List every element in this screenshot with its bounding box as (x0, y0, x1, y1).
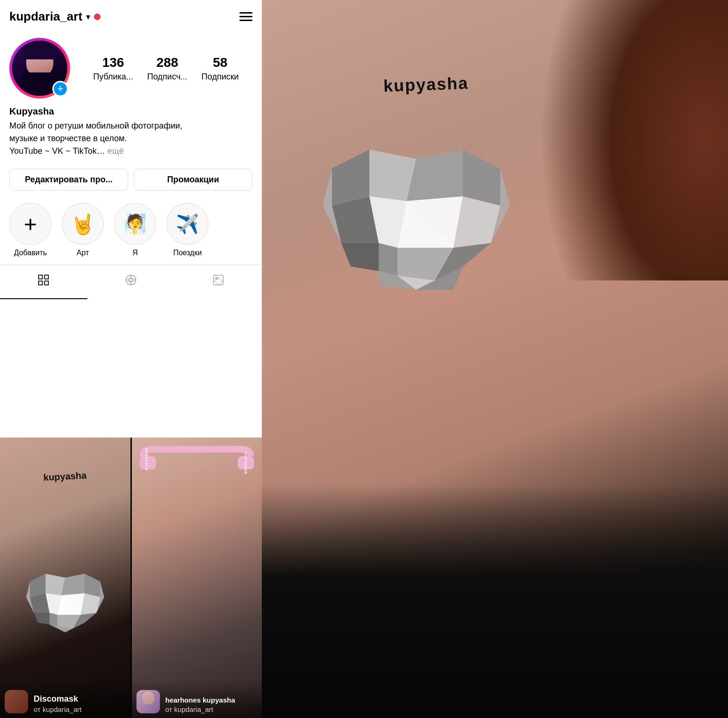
avatar-container[interactable]: + (9, 38, 70, 99)
profile-section: + 136 Публика... 288 Подписч... 58 Подпи… (0, 29, 262, 103)
promo-button[interactable]: Промоакции (134, 169, 252, 191)
left-panel: kupdaria_art ▾ (0, 0, 262, 718)
display-name: Kupyasha (9, 106, 252, 117)
highlight-travel-circle: ✈️ (166, 203, 209, 245)
bio-more-button[interactable]: ещё (108, 146, 124, 156)
svg-marker-39 (34, 613, 49, 625)
highlight-me-circle: 🧖 (114, 203, 156, 245)
action-buttons: Редактировать про... Промоакции (0, 164, 262, 195)
posts-grid: kupyasha (0, 438, 262, 718)
svg-marker-34 (85, 574, 100, 597)
svg-rect-18 (45, 275, 49, 279)
highlight-art-circle: 🤘 (62, 203, 104, 245)
highlight-me[interactable]: 🧖 Я (114, 203, 156, 257)
svg-marker-33 (61, 574, 85, 595)
highlight-add-label: Добавить (14, 249, 47, 257)
edit-profile-button[interactable]: Редактировать про... (9, 169, 128, 191)
highlight-travel[interactable]: ✈️ Поездки (166, 203, 209, 257)
post2-headphones: KUPYASHA KUPYASHA (139, 446, 254, 456)
svg-marker-10 (379, 243, 397, 276)
following-count: 58 (213, 55, 227, 70)
svg-marker-4 (463, 150, 500, 206)
svg-rect-28 (213, 275, 223, 285)
tag-icon (212, 273, 225, 290)
following-label: Подписки (202, 72, 239, 82)
tab-grid[interactable] (0, 265, 87, 299)
post1-mask (7, 550, 124, 676)
highlight-me-label: Я (132, 249, 138, 257)
bio-text: Мой блог о ретуши мобильной фотографии, … (9, 120, 252, 158)
username-label: kupdaria_art (9, 9, 82, 24)
app-header: kupdaria_art ▾ (0, 0, 262, 29)
bio-line3: YouTube ~ VK ~ TikTok… (9, 146, 105, 156)
live-indicator (94, 14, 101, 20)
bio-line2: музыке и творчестве в целом. (9, 134, 127, 143)
followers-label: Подписч... (147, 72, 187, 82)
mask-svg (276, 131, 556, 355)
post-cell-2[interactable]: KUPYASHA KUPYASHA hearhones kupyasha от … (132, 438, 262, 718)
clothing-bottom (262, 484, 728, 718)
stat-posts[interactable]: 136 Публика... (93, 55, 133, 82)
grid-icon (37, 273, 50, 290)
bio-section: Kupyasha Мой блог о ретуши мобильной фот… (0, 103, 262, 164)
stats-section: 136 Публика... 288 Подписч... 58 Подписк… (79, 55, 252, 82)
highlight-art[interactable]: 🤘 Арт (62, 203, 104, 257)
svg-marker-31 (30, 574, 45, 597)
svg-rect-17 (39, 275, 43, 279)
post2-effect-thumb (137, 690, 160, 713)
tab-tagged[interactable] (174, 265, 262, 299)
bio-line1: Мой блог о ретуши мобильной фотографии, (9, 121, 182, 130)
svg-text:★: ★ (130, 280, 132, 283)
avatar-hair (23, 41, 56, 59)
stat-following[interactable]: 58 Подписки (202, 55, 239, 82)
followers-count: 288 (156, 55, 178, 70)
highlight-add[interactable]: + Добавить (9, 203, 51, 257)
post1-effect-name: Discomask (34, 694, 78, 704)
stat-followers[interactable]: 288 Подписч... (147, 55, 187, 82)
svg-marker-40 (50, 613, 58, 626)
post2-bg (132, 438, 262, 718)
add-highlight-circle: + (9, 203, 51, 245)
post2-effect-name: hearhones kupyasha (166, 696, 235, 704)
svg-rect-20 (45, 281, 49, 285)
highlight-travel-label: Поездки (173, 249, 202, 257)
posts-label: Публика... (93, 72, 133, 82)
highlight-art-label: Арт (77, 249, 89, 257)
svg-marker-9 (341, 243, 379, 271)
tab-reels[interactable]: ★ (87, 265, 175, 299)
post1-face-text: kupyasha (43, 470, 87, 483)
menu-button[interactable] (239, 12, 252, 21)
post1-effect-thumb (5, 690, 28, 713)
dropdown-icon[interactable]: ▾ (86, 12, 90, 22)
reel-icon: ★ (124, 273, 137, 290)
svg-marker-3 (407, 150, 463, 201)
svg-rect-19 (39, 281, 43, 285)
add-story-button[interactable]: + (52, 81, 68, 97)
svg-marker-1 (332, 150, 369, 206)
header-left: kupdaria_art ▾ (9, 9, 101, 24)
posts-count: 136 (102, 55, 124, 70)
post2-effect-author: от kupdaria_art (166, 705, 213, 713)
post-cell-1[interactable]: kupyasha (0, 438, 130, 718)
tabs-section: ★ (0, 265, 262, 299)
kupyasha-forehead-text: kupyasha (383, 73, 469, 96)
post1-effect-author: от kupdaria_art (34, 705, 81, 713)
highlights-section: + Добавить 🤘 Арт 🧖 Я ✈️ Поездки (0, 195, 262, 265)
